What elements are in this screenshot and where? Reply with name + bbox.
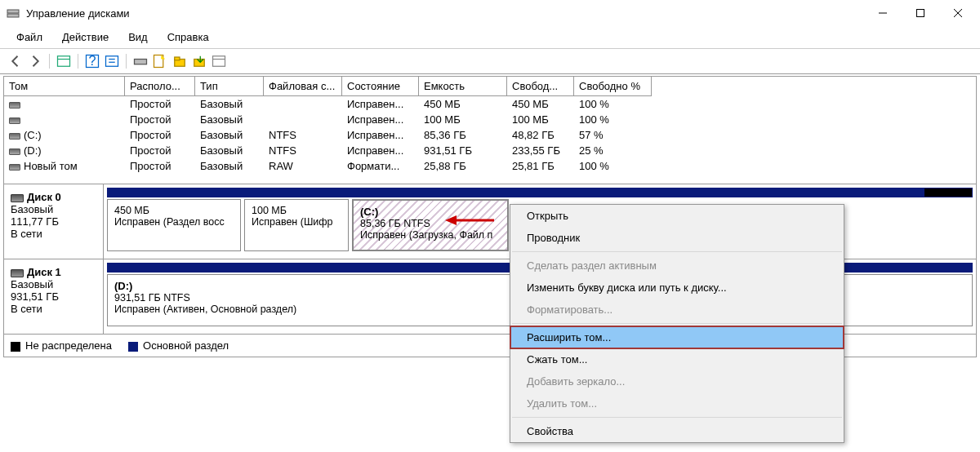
forward-button[interactable] <box>26 52 44 70</box>
tb-icon-1[interactable] <box>55 52 73 70</box>
context-menu-item[interactable]: Расширить том... <box>510 326 844 348</box>
svg-rect-10 <box>106 56 118 67</box>
svg-rect-13 <box>135 60 147 64</box>
tb-icon-2[interactable] <box>103 52 121 70</box>
back-button[interactable] <box>7 52 24 70</box>
col-filesystem[interactable]: Файловая с... <box>264 77 342 96</box>
table-row[interactable]: ПростойБазовыйИсправен...100 МБ100 МБ100… <box>4 112 976 127</box>
col-capacity[interactable]: Емкость <box>419 77 507 96</box>
table-row[interactable]: ПростойБазовыйИсправен...450 МБ450 МБ100… <box>4 96 976 112</box>
legend-primary: Основной раздел <box>143 339 229 352</box>
table-row[interactable]: Новый томПростойБазовыйRAWФормати...25,8… <box>4 158 976 174</box>
volume-icon <box>9 164 20 171</box>
table-row[interactable]: (C:)ПростойБазовыйNTFSИсправен...85,36 Г… <box>4 127 976 143</box>
menu-file[interactable]: Файл <box>7 28 52 47</box>
tb-icon-7[interactable] <box>210 52 228 70</box>
partition-box[interactable]: 100 МБИсправен (Шифр <box>244 199 349 251</box>
maximize-button[interactable] <box>902 0 939 26</box>
toolbar: ? <box>0 49 980 74</box>
context-menu-item: Сделать раздел активным <box>510 255 844 277</box>
context-menu-item[interactable]: Сжать том... <box>510 348 844 370</box>
col-free-percent[interactable]: Свободно % <box>574 77 652 96</box>
menu-action[interactable]: Действие <box>52 28 118 47</box>
svg-rect-18 <box>213 56 225 67</box>
tb-icon-4[interactable] <box>151 52 169 70</box>
menu-help[interactable]: Справка <box>158 28 219 47</box>
svg-rect-1 <box>7 14 19 17</box>
menu-bar: Файл Действие Вид Справка <box>0 26 980 49</box>
close-button[interactable] <box>939 0 977 26</box>
window-title: Управление дисками <box>26 7 864 20</box>
tb-icon-6[interactable] <box>190 52 208 70</box>
context-menu-item[interactable]: Изменить букву диска или путь к диску... <box>510 277 844 299</box>
col-type[interactable]: Тип <box>195 77 264 96</box>
col-status[interactable]: Состояние <box>342 77 419 96</box>
context-menu-item: Добавить зеркало... <box>510 370 844 392</box>
help-icon[interactable]: ? <box>83 52 101 70</box>
context-menu-item: Удалить том... <box>510 392 844 414</box>
svg-rect-3 <box>917 10 924 17</box>
context-menu-item: Форматировать... <box>510 299 844 321</box>
volume-icon <box>9 102 20 109</box>
table-header: Том Располо... Тип Файловая с... Состоян… <box>4 77 976 96</box>
title-bar: Управление дисками <box>0 0 980 26</box>
volume-icon <box>9 133 20 140</box>
tb-icon-5[interactable] <box>171 52 189 70</box>
col-layout[interactable]: Располо... <box>125 77 195 96</box>
disk-icon <box>11 269 24 277</box>
context-menu: ОткрытьПроводникСделать раздел активнымИ… <box>510 204 844 443</box>
svg-text:?: ? <box>88 53 96 68</box>
arrow-annotation <box>445 212 494 231</box>
disk-label: Диск 0Базовый111,77 ГБВ сети <box>4 184 104 259</box>
app-icon <box>7 7 20 20</box>
svg-rect-16 <box>175 57 180 60</box>
volumes-table: Том Располо... Тип Файловая с... Состоян… <box>3 76 977 174</box>
context-menu-item[interactable]: Свойства <box>510 420 844 442</box>
volume-icon <box>9 117 20 124</box>
disk-label: Диск 1Базовый931,51 ГБВ сети <box>4 259 104 334</box>
legend-swatch-primary <box>128 342 138 352</box>
legend-unallocated: Не распределена <box>25 339 112 352</box>
svg-rect-0 <box>7 10 19 13</box>
disk-icon <box>11 194 24 202</box>
menu-view[interactable]: Вид <box>118 28 158 47</box>
partition-box[interactable]: (C:)85,36 ГБ NTFSИсправен (Загрузка, Фай… <box>352 199 509 251</box>
tb-icon-3[interactable] <box>131 52 149 70</box>
col-free[interactable]: Свобод... <box>507 77 574 96</box>
context-menu-item[interactable]: Открыть <box>510 205 844 227</box>
minimize-button[interactable] <box>864 0 902 26</box>
svg-marker-21 <box>445 215 457 225</box>
volume-icon <box>9 148 20 155</box>
table-row[interactable]: (D:)ПростойБазовыйNTFSИсправен...931,51 … <box>4 143 976 158</box>
col-volume[interactable]: Том <box>4 77 125 96</box>
partition-box[interactable]: 450 МБИсправен (Раздел восс <box>107 199 241 251</box>
context-menu-item[interactable]: Проводник <box>510 227 844 249</box>
legend-swatch-unallocated <box>11 342 20 352</box>
svg-rect-6 <box>58 56 70 67</box>
